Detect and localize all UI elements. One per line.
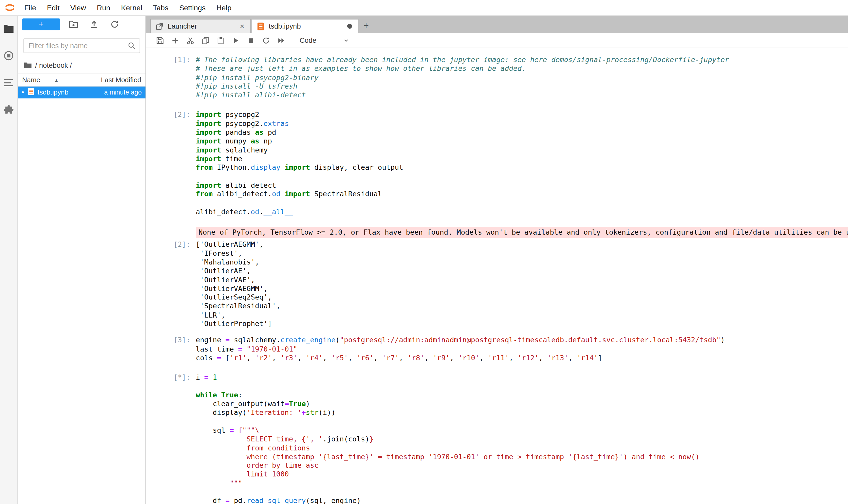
code-line: import sqlalchemy — [196, 146, 848, 155]
breadcrumb-path: / notebook / — [35, 61, 72, 69]
refresh-file-list-button[interactable] — [108, 18, 122, 31]
code-line — [196, 488, 848, 497]
menu-tabs[interactable]: Tabs — [147, 4, 174, 12]
notebook-file-icon — [27, 88, 34, 97]
code-line: limit 1000 — [196, 470, 848, 479]
file-list-header: Name ▲ Last Modified — [18, 74, 145, 87]
code-line: sql = f"""\ — [196, 426, 848, 435]
code-line: display('Iteration: '+str(i)) — [196, 409, 848, 417]
cell-editor[interactable]: # The following libraries have already b… — [196, 56, 848, 100]
tab-label: Launcher — [168, 22, 234, 30]
output-line: 'LLR', — [196, 311, 848, 320]
output-line: 'OutlierProphet'] — [196, 320, 848, 328]
output-line: 'IForest', — [196, 249, 848, 258]
run-icon — [232, 36, 240, 45]
plus-icon — [171, 36, 180, 45]
file-name: tsdb.ipynb — [38, 89, 101, 96]
paste-cells-button[interactable] — [213, 34, 228, 47]
cell-editor[interactable]: import psycopg2import psycopg2.extrasimp… — [196, 110, 848, 216]
launcher-icon — [156, 22, 163, 30]
cell-output-area: None of PyTorch, TensorFlow >= 2.0, or F… — [196, 227, 848, 238]
tab-tsdb-notebook[interactable]: tsdb.ipynb — [251, 19, 359, 33]
code-line: alibi_detect.od.__all__ — [196, 208, 848, 216]
file-modified-time: a minute ago — [104, 89, 142, 96]
notebook-cells: [1]:# The following libraries have alrea… — [146, 56, 848, 504]
code-line: #!pip install -U tsfresh — [196, 82, 848, 91]
file-browser-toolbar: + — [18, 16, 145, 33]
tab-launcher[interactable]: Launcher × — [150, 19, 251, 33]
cut-icon — [186, 36, 195, 45]
execution-count — [146, 227, 196, 238]
menu-help[interactable]: Help — [211, 4, 237, 12]
cut-cells-button[interactable] — [183, 34, 198, 47]
refresh-icon — [110, 20, 120, 29]
fast-forward-icon — [277, 36, 286, 45]
save-button[interactable] — [152, 34, 168, 47]
output-line: 'OutlierVAE', — [196, 275, 848, 284]
cell-type-select[interactable]: Code — [296, 36, 353, 44]
close-icon[interactable]: × — [239, 22, 246, 30]
output-line: ['OutlierAEGMM', — [196, 240, 848, 249]
sidebar-running-button[interactable] — [2, 50, 15, 61]
code-line: import psycopg2.extras — [196, 120, 848, 128]
code-line: # These are just left in as examples to … — [196, 65, 848, 73]
stderr-output-cell[interactable]: None of PyTorch, TensorFlow >= 2.0, or F… — [146, 227, 848, 238]
code-cell[interactable]: [1]:# The following libraries have alrea… — [146, 56, 848, 100]
sidebar-extensions-button[interactable] — [2, 104, 15, 115]
code-line: # The following libraries have already b… — [196, 56, 848, 65]
cell-type-value: Code — [300, 36, 316, 44]
code-line: #!pip install alibi-detect — [196, 91, 848, 100]
code-line: last_time = "1970-01-01" — [196, 345, 848, 354]
notebook-content[interactable]: [1]:# The following libraries have alrea… — [146, 48, 848, 504]
restart-kernel-button[interactable] — [258, 34, 274, 47]
code-line: import numpy as np — [196, 137, 848, 146]
column-last-modified[interactable]: Last Modified — [101, 76, 141, 84]
menu-view[interactable]: View — [65, 4, 91, 12]
run-cell-button[interactable] — [228, 34, 243, 47]
menu-settings[interactable]: Settings — [174, 4, 211, 12]
code-line: while True: — [196, 391, 848, 400]
upload-button[interactable] — [87, 18, 101, 31]
code-line: where (timestamp '{last_time}' = timesta… — [196, 452, 848, 461]
code-line: #!pip install psycopg2-binary — [196, 73, 848, 82]
restart-run-all-button[interactable] — [274, 34, 289, 47]
output-line: 'SpectralResidual', — [196, 302, 848, 311]
sidebar-files-button[interactable] — [2, 23, 15, 34]
file-filter-input[interactable] — [28, 41, 127, 51]
search-icon — [128, 42, 136, 50]
cell-editor[interactable]: i = 1 while True: clear_output(wait=True… — [196, 373, 848, 504]
sort-ascending-icon: ▲ — [54, 77, 59, 83]
jupyterlab-window: File Edit View Run Kernel Tabs Settings … — [0, 0, 848, 504]
add-cell-button[interactable] — [168, 34, 183, 47]
unsaved-file-bullet: • — [22, 90, 24, 95]
new-folder-icon — [69, 20, 78, 29]
code-line: from IPython.display import display, cle… — [196, 164, 848, 172]
breadcrumb[interactable]: / notebook / — [18, 58, 145, 71]
table-of-contents-icon — [3, 78, 14, 88]
column-name[interactable]: Name — [22, 76, 40, 84]
code-line: clear_output(wait=True) — [196, 400, 848, 409]
file-filter-box[interactable] — [23, 38, 140, 53]
new-launcher-button[interactable]: + — [22, 18, 60, 30]
menu-edit[interactable]: Edit — [41, 4, 65, 12]
menu-run[interactable]: Run — [91, 4, 115, 12]
notebook-icon — [257, 22, 264, 31]
upload-icon — [89, 20, 99, 29]
cell-editor[interactable]: engine = sqlalchemy.create_engine("postg… — [196, 336, 848, 363]
new-tab-button[interactable]: + — [359, 19, 373, 33]
unsaved-changes-dot[interactable] — [347, 24, 352, 29]
file-row-tsdb-ipynb[interactable]: • tsdb.ipynb a minute ago — [18, 87, 145, 98]
result-output-cell[interactable]: [2]:['OutlierAEGMM', 'IForest', 'Mahalan… — [146, 240, 848, 328]
new-folder-button[interactable] — [67, 18, 80, 31]
copy-cells-button[interactable] — [198, 34, 213, 47]
code-line: import psycopg2 — [196, 110, 848, 119]
menu-file[interactable]: File — [19, 4, 42, 12]
menu-kernel[interactable]: Kernel — [115, 4, 147, 12]
code-cell[interactable]: [*]:i = 1 while True: clear_output(wait=… — [146, 373, 848, 504]
code-cell[interactable]: [3]:engine = sqlalchemy.create_engine("p… — [146, 336, 848, 363]
code-cell[interactable]: [2]:import psycopg2import psycopg2.extra… — [146, 110, 848, 216]
code-line: import time — [196, 155, 848, 164]
execution-count: [1]: — [146, 56, 196, 100]
sidebar-toc-button[interactable] — [2, 77, 15, 88]
interrupt-kernel-button[interactable] — [243, 34, 258, 47]
